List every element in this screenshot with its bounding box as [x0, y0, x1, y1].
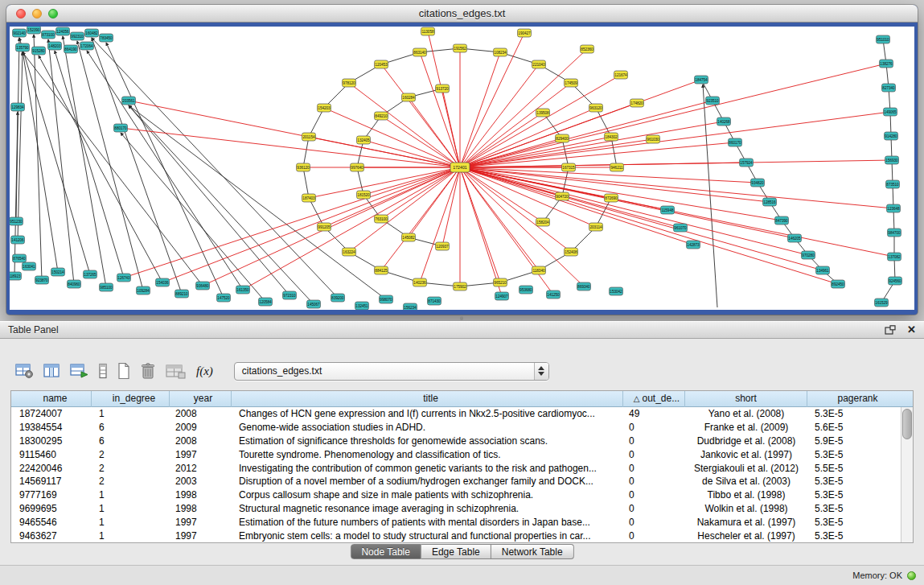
table-scrollbar[interactable] — [901, 407, 913, 542]
graph-node-label: 863140 — [413, 51, 426, 55]
column-selector-button[interactable] — [97, 362, 109, 380]
table-row[interactable]: 2242004622012Investigating the contribut… — [11, 461, 901, 475]
graph-edge — [562, 167, 569, 196]
graph-node-label: 145067 — [307, 303, 320, 307]
graph-edge — [611, 137, 617, 167]
table-row[interactable]: 977716911998Corpus callosum shape and si… — [11, 488, 901, 502]
table-cell: Disruption of a novel member of a sodium… — [232, 476, 623, 487]
column-header-pagerank[interactable]: pagerank — [807, 391, 901, 407]
table-selector-combobox[interactable]: citations_edges.txt — [234, 362, 549, 381]
table-row[interactable]: 946362711997Embryonic stem cells: a mode… — [11, 529, 901, 542]
graph-node-label: 904720 — [556, 195, 569, 199]
table-row[interactable]: 911546021997Tourette syndrome. Phenomeno… — [11, 447, 901, 461]
table-cell: Yano et al. (2008) — [685, 408, 807, 419]
graph-node-label: 120937 — [436, 245, 449, 249]
graph-node-label: 138276 — [880, 62, 893, 66]
graph-node-label: 147520 — [217, 296, 230, 300]
table-cell: 19384554 — [11, 422, 92, 433]
table-cell: 1997 — [170, 517, 232, 528]
table-cell: 22420046 — [11, 463, 92, 474]
graph-node-label: 129834 — [11, 105, 24, 109]
graph-node-label: 148203 — [48, 44, 61, 48]
table-cell: 2003 — [170, 476, 232, 487]
graph-node-label: 115948 — [662, 208, 674, 212]
graph-edge — [460, 167, 893, 208]
memory-status-label: Memory: OK — [852, 571, 902, 580]
panel-title: Table Panel — [8, 324, 59, 336]
graph-node-label: 184754 — [695, 78, 708, 82]
table-cell: 2009 — [170, 422, 232, 433]
window-title: citations_edges.txt — [419, 7, 506, 19]
new-document-button[interactable] — [116, 361, 132, 381]
column-header-year[interactable]: year — [170, 391, 232, 407]
scrollbar-thumb[interactable] — [902, 409, 912, 439]
table-row[interactable]: 1456911722003Disruption of a novel membe… — [11, 475, 901, 488]
tab-edge-table[interactable]: Edge Table — [421, 544, 491, 559]
delete-table-button[interactable] — [139, 361, 157, 381]
table-cell: 9777169 — [11, 489, 92, 501]
graph-node-label: 139508 — [536, 111, 549, 115]
graph-node-label: 951010 — [877, 38, 889, 42]
graph-node-label: 840960 — [68, 282, 80, 286]
graph-node-label: 132451 — [355, 304, 368, 308]
column-header-label: short — [735, 393, 757, 404]
window-titlebar[interactable]: citations_edges.txt — [6, 5, 918, 23]
graph-edge — [129, 105, 386, 299]
graph-node-label: 163224 — [343, 250, 355, 254]
function-builder-button[interactable]: f(x) — [194, 365, 216, 378]
column-header-short[interactable]: short — [685, 391, 807, 407]
network-canvas[interactable]: 9462111843029631201745092210431082341915… — [10, 27, 914, 310]
graph-edge — [162, 167, 460, 282]
graph-node-label: 972310 — [283, 294, 296, 298]
table-cell: Embryonic stem cells: a model to study s… — [232, 530, 623, 542]
graph-node-label: 829400 — [556, 137, 569, 141]
network-window[interactable]: citations_edges.txt 94621118430296312017… — [6, 5, 918, 315]
graph-edge — [19, 38, 90, 274]
table-browser-button[interactable] — [43, 362, 62, 380]
tab-node-table[interactable]: Node Table — [350, 544, 421, 559]
table-row[interactable]: 1830029562008Estimation of significance … — [11, 435, 901, 448]
tab-network-table[interactable]: Network Table — [491, 544, 574, 559]
close-window-button[interactable] — [16, 9, 26, 19]
memory-ok-indicator — [907, 571, 916, 580]
table-cell: 14569117 — [11, 476, 92, 487]
table-panel-header: Table Panel ✕ — [0, 321, 924, 339]
table-cell: Nakamura et al. (1997) — [685, 517, 807, 528]
table-cell: 0 — [623, 463, 685, 474]
table-row[interactable]: 969969511998Structural magnetic resonanc… — [11, 502, 901, 516]
graph-node-label: 137265 — [84, 273, 97, 277]
graph-edge — [324, 108, 460, 167]
graph-node-label: 109284 — [137, 289, 150, 293]
table-type-tabs: Node TableEdge TableNetwork Table — [350, 544, 573, 559]
citation-network-graph[interactable]: 9462111843029631201745092210431082341915… — [10, 27, 914, 310]
table-cell: Tourette syndrome. Phenomenology and cla… — [232, 449, 623, 460]
table-cell: 18300295 — [11, 435, 92, 447]
table-cell: 2012 — [170, 463, 232, 474]
column-header-in_degree[interactable]: in_degree — [92, 391, 170, 407]
table-row[interactable]: 1872400712008Changes of HCN gene express… — [11, 407, 901, 421]
column-header-out_degree[interactable]: △out_de... — [623, 391, 685, 407]
graph-node-label: 946211 — [611, 166, 623, 170]
graph-node-label: 763100 — [375, 217, 388, 221]
close-panel-icon[interactable]: ✕ — [907, 325, 916, 335]
graph-node-label: 978120 — [343, 81, 355, 85]
graph-node-label: 158204 — [536, 220, 549, 225]
column-header-title[interactable]: title — [232, 391, 623, 407]
panel-divider-handle[interactable] — [456, 316, 467, 320]
table-row[interactable]: 946554611997Estimation of the future num… — [11, 515, 901, 529]
graph-node-label: 126743 — [117, 276, 130, 280]
table-append-button[interactable] — [69, 362, 90, 380]
table-row[interactable]: 1938455462009Genome-wide association stu… — [11, 421, 901, 435]
table-settings-button[interactable] — [14, 362, 35, 380]
import-table-button[interactable] — [164, 362, 187, 380]
graph-node-label: 873100 — [42, 33, 55, 37]
float-panel-icon[interactable] — [885, 325, 896, 335]
table-cell: 5.3E-5 — [807, 530, 901, 542]
minimize-window-button[interactable] — [32, 9, 42, 19]
column-header-name[interactable]: name — [11, 391, 92, 407]
graph-edge — [39, 56, 162, 282]
combobox-stepper-icon[interactable] — [534, 363, 548, 380]
zoom-window-button[interactable] — [48, 9, 58, 19]
graph-node-label: 153042 — [610, 290, 622, 294]
graph-node-label: 869340 — [577, 285, 590, 289]
